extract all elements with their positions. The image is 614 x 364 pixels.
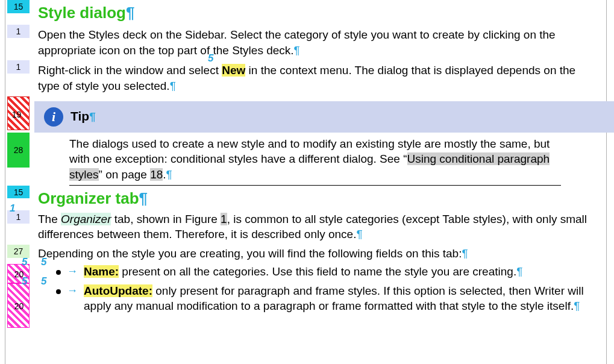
heading-text: Organizer tab (38, 189, 139, 207)
pilcrow-icon: ¶ (126, 4, 134, 22)
gutter-badge: 1 (7, 60, 30, 74)
tab-arrow-icon: → (67, 283, 78, 314)
pilcrow-icon: ¶ (574, 300, 580, 312)
bullet-icon (56, 270, 61, 275)
heading-style-dialog: Style dialog¶ (34, 0, 596, 25)
gutter-badge: 28 (7, 133, 30, 168)
pilcrow-icon: ¶ (170, 80, 176, 92)
highlight-organizer: Organizer (61, 213, 111, 225)
bullet-icon (56, 289, 61, 294)
tip-body: The dialogs used to create a new style a… (69, 136, 596, 183)
list-item-term: Name: (84, 265, 119, 278)
pilcrow-icon: ¶ (516, 265, 522, 278)
paragraph-text: Right-click in the window and select (38, 64, 222, 77)
tip-label: Tip (70, 109, 89, 123)
highlight-new: New (222, 64, 245, 77)
paragraph-text: Depending on the style you are creating,… (38, 247, 462, 260)
list-item-term: AutoUpdate: (84, 284, 152, 297)
gutter-badge: 1 (7, 210, 30, 224)
info-icon: i (44, 107, 63, 127)
pilcrow-icon: ¶ (166, 168, 172, 181)
list-item: → AutoUpdate: only present for paragraph… (34, 283, 596, 314)
pilcrow-icon: ¶ (139, 189, 148, 207)
pilcrow-icon: ¶ (462, 247, 468, 260)
pilcrow-icon: ¶ (89, 110, 96, 123)
tip-heading-box: i Tip¶ (34, 101, 614, 133)
paragraph-text: The (38, 213, 61, 225)
paragraph-text: tab, shown in Figure (111, 213, 221, 225)
pilcrow-icon: ¶ (294, 44, 300, 57)
gutter-badge: 27 (7, 245, 30, 258)
gutter-badge: 1 (7, 25, 30, 38)
gutter-badge: 15 (7, 186, 30, 199)
paragraph: The Organizer tab, shown in Figure 1, is… (34, 210, 596, 245)
tab-arrow-icon: → (67, 264, 78, 280)
list-item: → Name: present on all the categories. U… (34, 264, 596, 280)
heading-organizer-tab: Organizer tab¶ (34, 186, 596, 210)
paragraph: Depending on the style you are creating,… (34, 245, 596, 264)
list-item-text: present on all the categories. Use this … (119, 265, 516, 278)
gutter-badge: 15 (7, 0, 30, 13)
figure-reference[interactable]: 1 (221, 213, 227, 225)
page-reference[interactable]: 18 (150, 168, 163, 181)
gutter-badge: 20 (7, 268, 31, 281)
pilcrow-icon: ¶ (356, 228, 362, 240)
paragraph: Open the Styles deck on the Sidebar. Sel… (34, 25, 596, 60)
paragraph: Right-click in the window and select New… (34, 60, 596, 96)
gutter-badge: 20 (7, 300, 31, 313)
tip-text: ” on page (99, 168, 151, 181)
heading-text: Style dialog (38, 4, 126, 22)
gutter-badge: 19 (5, 108, 28, 121)
list-item-text: only present for paragraph and frame sty… (84, 284, 584, 313)
